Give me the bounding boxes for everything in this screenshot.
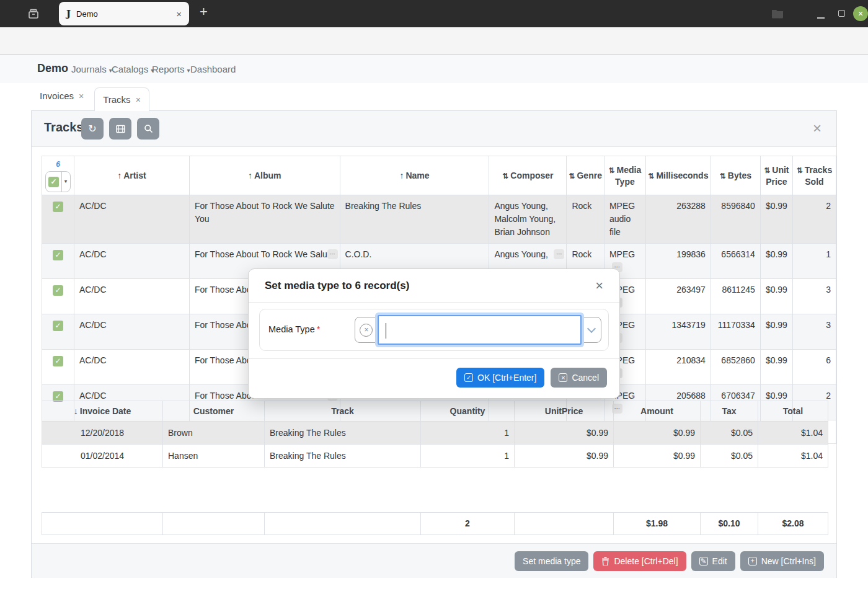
column-header-invoice-date[interactable]: Invoice Date bbox=[42, 401, 163, 422]
cell-bytes[interactable]: 11170334 bbox=[711, 314, 760, 350]
cell-bytes[interactable]: 6566314 bbox=[711, 244, 760, 279]
cell-artist[interactable]: AC/DC bbox=[74, 279, 189, 314]
refresh-button[interactable]: ↻ bbox=[81, 118, 104, 140]
cell-genre[interactable]: Rock bbox=[567, 195, 604, 244]
cell-tracks-sold[interactable]: 3 bbox=[792, 314, 836, 350]
media-type-input[interactable] bbox=[378, 315, 582, 345]
cell-unitprice[interactable]: $0.99 bbox=[515, 445, 614, 468]
cell-artist[interactable]: AC/DC bbox=[74, 314, 189, 350]
column-header-genre[interactable]: Genre bbox=[567, 156, 604, 195]
restore-window-button[interactable] bbox=[838, 10, 845, 17]
cell-unit-price[interactable]: $0.99 bbox=[760, 350, 792, 385]
cell-tax[interactable]: $0.05 bbox=[701, 422, 758, 445]
cancel-button[interactable]: Cancel bbox=[551, 368, 607, 388]
caret-down-icon[interactable] bbox=[61, 172, 69, 192]
cell-total[interactable]: $1.04 bbox=[758, 445, 828, 468]
column-header-amount[interactable]: Amount bbox=[614, 401, 701, 422]
nav-dashboard[interactable]: Dashboard bbox=[190, 64, 236, 74]
select-all-dropdown[interactable] bbox=[45, 171, 71, 192]
column-header-tracks-sold[interactable]: Tracks Sold bbox=[792, 156, 836, 195]
dialog-close-icon[interactable] bbox=[595, 278, 603, 294]
column-header-total[interactable]: Total bbox=[758, 401, 828, 422]
panel-close-icon[interactable] bbox=[813, 120, 822, 137]
cell-amount[interactable]: $0.99 bbox=[614, 445, 701, 468]
cell-milliseconds[interactable]: 210834 bbox=[645, 350, 711, 385]
minimize-button[interactable] bbox=[817, 17, 825, 19]
cell-composer[interactable]: Angus Young, Malcolm Young, Brian Johnso… bbox=[489, 195, 567, 244]
column-header-album[interactable]: Album bbox=[189, 156, 340, 195]
row-checkbox[interactable] bbox=[53, 285, 63, 296]
table-row[interactable]: 12/20/2018 Brown Breaking The Rules 1 $0… bbox=[42, 422, 828, 445]
cell-media-type[interactable]: MPEG audio file bbox=[604, 195, 645, 244]
cell-tracks-sold[interactable]: 3 bbox=[792, 279, 836, 314]
cell-tax[interactable]: $0.05 bbox=[701, 445, 758, 468]
nav-journals[interactable]: Journals bbox=[71, 64, 112, 74]
cell-milliseconds[interactable]: 199836 bbox=[645, 244, 711, 279]
column-header-unit-price[interactable]: Unit Price bbox=[760, 156, 792, 195]
doc-tab-tracks[interactable]: Tracks bbox=[94, 87, 149, 111]
column-header-bytes[interactable]: Bytes bbox=[711, 156, 760, 195]
browser-tab[interactable]: J Demo bbox=[59, 2, 189, 25]
column-header-track[interactable]: Track bbox=[265, 401, 421, 422]
cell-bytes[interactable]: 6852860 bbox=[711, 350, 760, 385]
column-header-artist[interactable]: Artist bbox=[74, 156, 189, 195]
cell-milliseconds[interactable]: 263497 bbox=[645, 279, 711, 314]
column-header-composer[interactable]: Composer bbox=[489, 156, 567, 195]
cell-customer[interactable]: Hansen bbox=[163, 445, 265, 468]
media-button[interactable] bbox=[109, 118, 131, 140]
window-list-icon[interactable] bbox=[771, 8, 784, 19]
cell-total[interactable]: $1.04 bbox=[758, 422, 828, 445]
archive-box-icon[interactable] bbox=[27, 7, 40, 20]
search-button[interactable] bbox=[137, 118, 159, 140]
cell-unitprice[interactable]: $0.99 bbox=[515, 422, 614, 445]
table-row[interactable]: AC/DC For Those About To Rock We Salute … bbox=[42, 195, 836, 244]
app-brand[interactable]: Demo bbox=[37, 62, 68, 75]
cell-tracks-sold[interactable]: 2 bbox=[792, 195, 836, 244]
table-row[interactable]: 01/02/2014 Hansen Breaking The Rules 1 $… bbox=[42, 445, 828, 468]
row-checkbox[interactable] bbox=[53, 321, 63, 331]
cell-unit-price[interactable]: $0.99 bbox=[760, 314, 792, 350]
expand-cell-button[interactable] bbox=[554, 249, 564, 259]
row-checkbox[interactable] bbox=[53, 356, 63, 366]
cell-unit-price[interactable]: $0.99 bbox=[760, 244, 792, 279]
close-icon[interactable] bbox=[79, 91, 84, 101]
cell-invoice-date[interactable]: 12/20/2018 bbox=[42, 422, 163, 445]
cell-milliseconds[interactable]: 263288 bbox=[645, 195, 711, 244]
cell-track[interactable]: Breaking The Rules bbox=[265, 422, 421, 445]
cell-quantity[interactable]: 1 bbox=[421, 422, 515, 445]
cell-customer[interactable]: Brown bbox=[163, 422, 265, 445]
column-header-quantity[interactable]: Quantity bbox=[421, 401, 515, 422]
cell-artist[interactable]: AC/DC bbox=[74, 244, 189, 279]
cell-album[interactable]: For Those About To Rock We Salute You bbox=[189, 195, 340, 244]
column-header-milliseconds[interactable]: Milliseconds bbox=[645, 156, 711, 195]
nav-catalogs[interactable]: Catalogs bbox=[112, 64, 154, 74]
new-tab-button[interactable] bbox=[200, 4, 208, 20]
clear-value-button[interactable] bbox=[355, 324, 378, 337]
column-header-tax[interactable]: Tax bbox=[701, 401, 758, 422]
cell-name[interactable]: Breaking The Rules bbox=[340, 195, 489, 244]
column-header-customer[interactable]: Customer bbox=[163, 401, 265, 422]
edit-button[interactable]: Edit bbox=[691, 551, 735, 571]
cell-artist[interactable]: AC/DC bbox=[74, 195, 189, 244]
cell-milliseconds[interactable]: 1343719 bbox=[645, 314, 711, 350]
cell-unit-price[interactable]: $0.99 bbox=[760, 195, 792, 244]
select-all-checkbox[interactable] bbox=[48, 177, 59, 187]
cell-tracks-sold[interactable]: 6 bbox=[792, 350, 836, 385]
delete-button[interactable]: Delete [Ctrl+Del] bbox=[593, 551, 686, 571]
cell-unit-price[interactable]: $0.99 bbox=[760, 279, 792, 314]
expand-cell-button[interactable] bbox=[327, 249, 338, 259]
ok-button[interactable]: OK [Ctrl+Enter] bbox=[456, 368, 544, 388]
column-header-media-type[interactable]: Media Type bbox=[604, 156, 645, 195]
close-window-button[interactable] bbox=[853, 6, 868, 21]
close-tab-icon[interactable] bbox=[176, 9, 182, 19]
column-header-unitprice[interactable]: UnitPrice bbox=[515, 401, 614, 422]
cell-bytes[interactable]: 8611245 bbox=[711, 279, 760, 314]
cell-tracks-sold[interactable]: 1 bbox=[792, 244, 836, 279]
cell-track[interactable]: Breaking The Rules bbox=[265, 445, 421, 468]
column-header-name[interactable]: Name bbox=[340, 156, 489, 195]
doc-tab-invoices[interactable]: Invoices bbox=[40, 91, 84, 101]
row-checkbox[interactable] bbox=[53, 202, 63, 212]
nav-reports[interactable]: Reports bbox=[152, 64, 190, 74]
cell-quantity[interactable]: 1 bbox=[421, 445, 515, 468]
row-checkbox[interactable] bbox=[53, 250, 63, 260]
